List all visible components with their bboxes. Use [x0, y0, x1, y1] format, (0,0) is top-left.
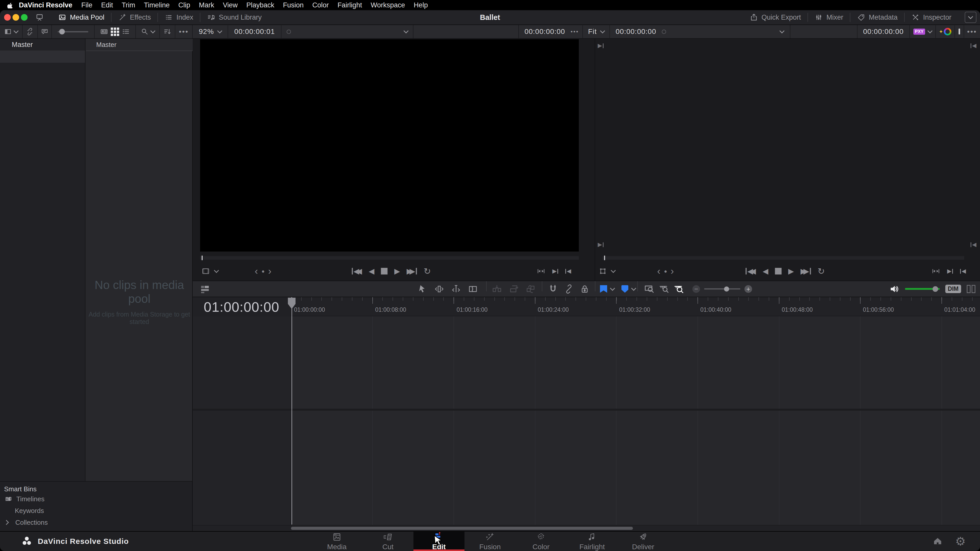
jog-control[interactable]: ‹ ● › — [657, 263, 674, 279]
sound-library-toggle[interactable]: Sound Library — [200, 10, 268, 24]
last-frame-button[interactable]: ▶▶ — [800, 268, 811, 275]
menu-mark[interactable]: Mark — [194, 1, 218, 9]
snapping-magnet-icon[interactable] — [548, 284, 558, 294]
menu-timeline[interactable]: Timeline — [140, 1, 174, 9]
video-track-lane[interactable] — [192, 316, 980, 409]
proxy-mode-button[interactable]: PXY — [910, 29, 935, 35]
track-divider[interactable] — [192, 409, 980, 411]
page-tab-color[interactable]: Color — [515, 532, 566, 551]
dual-timeline-icon[interactable] — [967, 285, 975, 293]
selected-bin-row[interactable] — [0, 51, 85, 63]
viewer-mode-button[interactable] — [955, 29, 964, 34]
first-frame-button[interactable]: ◀◀ — [352, 268, 362, 275]
apple-menu-icon[interactable] — [6, 1, 13, 9]
in-out-range-button[interactable] — [932, 267, 940, 275]
menu-clip[interactable]: Clip — [174, 1, 195, 9]
media-pool-options-button[interactable]: ••• — [175, 25, 192, 38]
in-out-range-button[interactable] — [537, 267, 545, 275]
workspace-layout-button[interactable] — [965, 12, 977, 23]
audio-track-lane[interactable] — [192, 411, 980, 525]
next-marker-button[interactable]: ▶ — [947, 268, 953, 274]
playhead-timecode[interactable]: 01:00:00:00 — [204, 299, 279, 315]
zoom-window-button[interactable] — [21, 14, 27, 21]
source-clip-dropdown[interactable] — [282, 30, 413, 34]
bin-tree-master[interactable]: Master — [0, 39, 85, 51]
goto-out-icon[interactable]: ◀ — [970, 43, 977, 48]
overwrite-clip-icon[interactable] — [509, 284, 519, 294]
scrub-playhead[interactable] — [604, 256, 605, 260]
insert-clip-icon[interactable] — [492, 284, 502, 294]
menu-fairlight[interactable]: Fairlight — [333, 1, 366, 9]
custom-zoom-icon[interactable] — [673, 284, 684, 294]
flag-icon[interactable] — [600, 285, 607, 293]
menu-edit[interactable]: Edit — [97, 1, 118, 9]
stop-button[interactable] — [775, 268, 781, 275]
record-timecode-field[interactable]: 00:00:00:00 — [858, 27, 909, 36]
effects-toggle[interactable]: Effects — [111, 10, 158, 24]
quick-export-button[interactable]: Quick Export — [743, 10, 808, 24]
smart-bin-timelines[interactable]: Timelines — [0, 493, 192, 505]
previous-marker-button[interactable]: ◀ — [960, 268, 966, 274]
chevron-down-icon[interactable] — [610, 286, 615, 291]
stop-button[interactable] — [381, 268, 388, 275]
goto-out-icon[interactable]: ◀ — [970, 242, 977, 248]
menu-app-name[interactable]: DaVinci Resolve — [19, 1, 77, 9]
play-button[interactable]: ▶ — [788, 268, 794, 275]
step-back-icon[interactable]: ‹ — [657, 267, 660, 275]
zoom-in-button[interactable]: + — [745, 285, 752, 293]
timeline-ruler[interactable]: 01:00:00:00 01:00:08:00 01:00:16:00 01:0… — [291, 297, 980, 316]
volume-slider[interactable] — [905, 288, 940, 290]
menu-playback[interactable]: Playback — [242, 1, 279, 9]
menu-workspace[interactable]: Workspace — [366, 1, 409, 9]
loop-button[interactable]: ↻ — [424, 267, 431, 275]
close-window-button[interactable] — [4, 14, 11, 21]
viewer-options-ellipsis[interactable]: ••• — [571, 28, 579, 35]
menu-trim[interactable]: Trim — [118, 1, 140, 9]
menu-file[interactable]: File — [77, 1, 97, 9]
menu-help[interactable]: Help — [409, 1, 432, 9]
timeline-view-options-button[interactable] — [200, 281, 210, 297]
play-reverse-button[interactable]: ◀ — [369, 268, 374, 275]
chevron-down-icon[interactable] — [780, 28, 785, 33]
position-lock-icon[interactable] — [579, 284, 590, 294]
presentation-mode-button[interactable] — [27, 10, 52, 24]
horizontal-scrollbar[interactable] — [291, 527, 633, 530]
inspector-toggle[interactable]: Inspector — [905, 10, 958, 24]
slider-thumb[interactable] — [59, 29, 65, 35]
thumbnail-view-icon[interactable] — [111, 27, 119, 36]
metadata-toggle[interactable]: Metadata — [850, 10, 904, 24]
marker-icon[interactable] — [621, 285, 628, 293]
detail-zoom-icon[interactable] — [659, 284, 670, 294]
thumbnail-size-slider[interactable] — [52, 25, 95, 38]
timeline-zoom-slider[interactable] — [704, 288, 740, 289]
project-settings-gear-icon[interactable]: ⚙ — [955, 535, 966, 547]
replace-clip-icon[interactable] — [525, 284, 536, 294]
menu-view[interactable]: View — [218, 1, 242, 9]
bin-list-toggle[interactable] — [0, 25, 23, 38]
previous-marker-button[interactable]: ◀ — [565, 268, 571, 274]
trim-edit-mode-icon[interactable] — [434, 284, 444, 294]
slider-thumb[interactable] — [724, 286, 729, 292]
mixer-toggle[interactable]: Mixer — [808, 10, 850, 24]
playhead-line[interactable] — [291, 297, 292, 524]
last-frame-button[interactable]: ▶▶ — [407, 268, 417, 275]
timeline-duration-field[interactable]: 00:00:00:00 — [519, 27, 571, 36]
source-zoom-select[interactable]: 92% — [192, 27, 228, 36]
timeline-video-canvas[interactable] — [603, 39, 964, 251]
usage-comments-button[interactable] — [38, 25, 52, 38]
project-manager-home-icon[interactable] — [932, 536, 943, 547]
minimize-window-button[interactable] — [13, 14, 19, 21]
sort-button[interactable] — [160, 25, 175, 38]
unlink-bins-button[interactable] — [23, 25, 38, 38]
smart-bin-collections[interactable]: Collections — [0, 516, 192, 528]
viewer-options-button[interactable]: ••• — [964, 27, 980, 36]
source-clip-mode[interactable] — [201, 263, 218, 279]
timeline-timecode-field[interactable]: 00:00:00:00 — [610, 27, 662, 36]
page-tab-cut[interactable]: Cut — [363, 532, 414, 551]
next-marker-button[interactable]: ▶ — [552, 268, 558, 274]
play-button[interactable]: ▶ — [394, 268, 400, 275]
list-view-icon[interactable] — [122, 27, 130, 36]
razor-edit-mode-icon[interactable] — [468, 284, 478, 294]
page-tab-fairlight[interactable]: Fairlight — [566, 532, 617, 551]
link-clips-icon[interactable] — [564, 284, 574, 294]
